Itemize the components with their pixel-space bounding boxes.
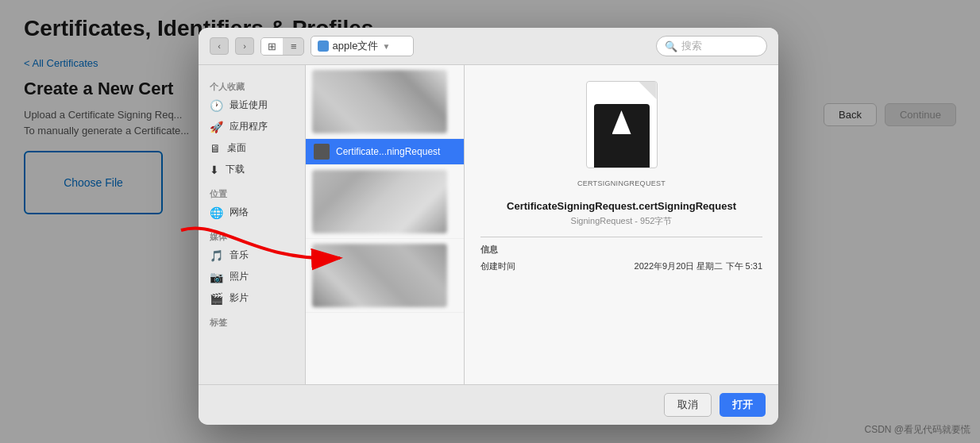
preview-icon-area: CERTSIGNINGREQUEST bbox=[577, 81, 666, 187]
clock-icon: 🕐 bbox=[210, 99, 223, 112]
nav-forward-button[interactable]: › bbox=[235, 37, 254, 55]
preview-filename: CertificateSigningRequest.certSigningReq… bbox=[507, 200, 736, 212]
list-item-selected[interactable]: Certificate...ningRequest bbox=[306, 139, 464, 165]
picker-toolbar: ‹ › ⊞ ≡ apple文件 ▼ 🔍 搜索 bbox=[199, 28, 778, 65]
created-value: 2022年9月20日 星期二 下午 5:31 bbox=[635, 260, 762, 272]
chevron-down-icon: ▼ bbox=[382, 42, 390, 51]
list-item[interactable] bbox=[306, 165, 464, 239]
film-icon: 🎬 bbox=[210, 292, 223, 305]
picker-content: 个人收藏 🕐 最近使用 🚀 应用程序 🖥 桌面 ⬇ 下载 位置 🌐 网络 bbox=[199, 65, 778, 384]
cert-icon-label: CERTSIGNINGREQUEST bbox=[577, 179, 666, 187]
picker-preview-panel: CERTSIGNINGREQUEST CertificateSigningReq… bbox=[465, 65, 778, 384]
list-view-button[interactable]: ≡ bbox=[284, 38, 303, 55]
search-placeholder: 搜索 bbox=[681, 39, 702, 53]
preview-info-heading: 信息 bbox=[480, 244, 762, 256]
sidebar-section-media: 媒体 bbox=[199, 228, 305, 245]
picker-sidebar: 个人收藏 🕐 最近使用 🚀 应用程序 🖥 桌面 ⬇ 下载 位置 🌐 网络 bbox=[199, 65, 306, 384]
location-label: apple文件 bbox=[333, 39, 379, 53]
preview-info-row: 创建时间 2022年9月20日 星期二 下午 5:31 bbox=[480, 259, 762, 274]
sidebar-section-location: 位置 bbox=[199, 185, 305, 202]
file-item-label: Certificate...ningRequest bbox=[336, 146, 440, 157]
nav-back-button[interactable]: ‹ bbox=[210, 37, 229, 55]
sidebar-item-recent[interactable]: 🕐 最近使用 bbox=[199, 94, 305, 116]
file-list: Certificate...ningRequest bbox=[306, 65, 465, 384]
search-box[interactable]: 🔍 搜索 bbox=[656, 36, 767, 56]
sidebar-item-photos[interactable]: 📷 照片 bbox=[199, 266, 305, 287]
sidebar-item-label: 网络 bbox=[230, 206, 249, 219]
sidebar-item-label: 照片 bbox=[230, 270, 249, 283]
sidebar-item-label: 下载 bbox=[226, 163, 245, 176]
sidebar-item-label: 桌面 bbox=[227, 141, 246, 155]
sidebar-item-music[interactable]: 🎵 音乐 bbox=[199, 245, 305, 266]
sidebar-item-label: 最近使用 bbox=[230, 98, 268, 112]
location-folder-icon bbox=[318, 40, 329, 52]
desktop-icon: 🖥 bbox=[210, 142, 221, 155]
preview-subtitle: SigningRequest - 952字节 bbox=[571, 215, 673, 227]
search-icon: 🔍 bbox=[665, 40, 677, 52]
view-toggle-group: ⊞ ≡ bbox=[260, 37, 304, 56]
rocket-icon: 🚀 bbox=[210, 121, 223, 133]
grid-view-button[interactable]: ⊞ bbox=[261, 38, 283, 55]
preview-info-section: 信息 创建时间 2022年9月20日 星期二 下午 5:31 bbox=[480, 237, 762, 274]
cert-preview-icon bbox=[582, 81, 662, 176]
created-label: 创建时间 bbox=[480, 260, 515, 272]
camera-icon: 📷 bbox=[210, 271, 223, 283]
sidebar-item-movies[interactable]: 🎬 影片 bbox=[199, 287, 305, 309]
sidebar-item-applications[interactable]: 🚀 应用程序 bbox=[199, 116, 305, 137]
music-icon: 🎵 bbox=[210, 249, 223, 262]
sidebar-item-label: 音乐 bbox=[230, 248, 249, 262]
sidebar-item-desktop[interactable]: 🖥 桌面 bbox=[199, 137, 305, 159]
cancel-button[interactable]: 取消 bbox=[664, 393, 712, 417]
download-icon: ⬇ bbox=[210, 164, 219, 176]
picker-files-panel: Certificate...ningRequest bbox=[306, 65, 778, 384]
list-item[interactable] bbox=[306, 65, 464, 139]
list-item[interactable] bbox=[306, 239, 464, 313]
file-picker-dialog: ‹ › ⊞ ≡ apple文件 ▼ 🔍 搜索 个人收藏 🕐 最近使用 🚀 应用程… bbox=[199, 28, 778, 425]
sidebar-item-downloads[interactable]: ⬇ 下载 bbox=[199, 159, 305, 180]
picker-bottom-bar: 取消 打开 bbox=[199, 384, 778, 425]
location-display[interactable]: apple文件 ▼ bbox=[311, 36, 414, 56]
sidebar-item-label: 应用程序 bbox=[230, 120, 268, 133]
sidebar-item-label: 影片 bbox=[230, 291, 249, 305]
sidebar-section-tags: 标签 bbox=[199, 314, 305, 330]
cert-file-icon bbox=[314, 144, 330, 160]
network-icon: 🌐 bbox=[210, 206, 223, 219]
sidebar-section-favorites: 个人收藏 bbox=[199, 78, 305, 94]
open-button[interactable]: 打开 bbox=[720, 393, 766, 417]
sidebar-item-network[interactable]: 🌐 网络 bbox=[199, 202, 305, 223]
